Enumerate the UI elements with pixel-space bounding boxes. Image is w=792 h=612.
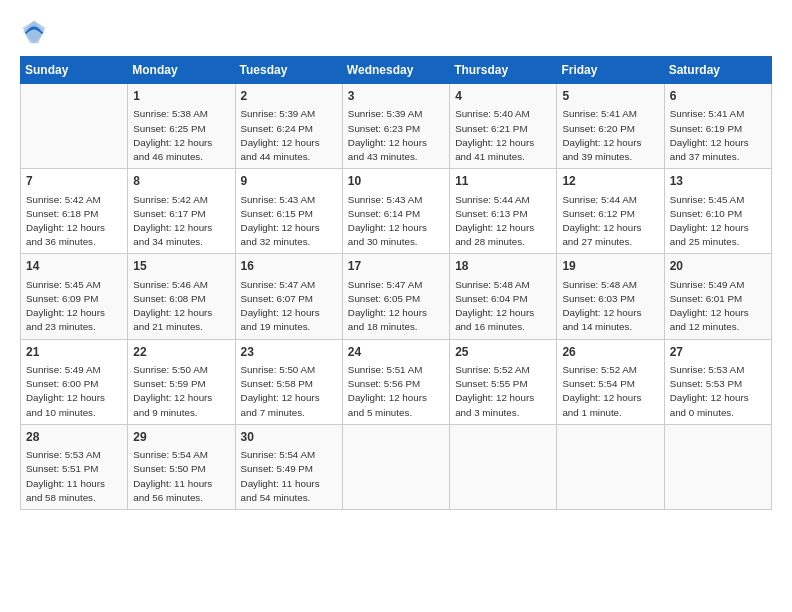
header-day-wednesday: Wednesday [342, 57, 449, 84]
calendar-cell: 1Sunrise: 5:38 AM Sunset: 6:25 PM Daylig… [128, 84, 235, 169]
calendar-cell: 5Sunrise: 5:41 AM Sunset: 6:20 PM Daylig… [557, 84, 664, 169]
calendar-cell: 17Sunrise: 5:47 AM Sunset: 6:05 PM Dayli… [342, 254, 449, 339]
day-number: 4 [455, 88, 551, 105]
header-day-friday: Friday [557, 57, 664, 84]
cell-content: Sunrise: 5:39 AM Sunset: 6:23 PM Dayligh… [348, 107, 444, 164]
day-number: 25 [455, 344, 551, 361]
calendar-cell: 4Sunrise: 5:40 AM Sunset: 6:21 PM Daylig… [450, 84, 557, 169]
calendar-cell: 21Sunrise: 5:49 AM Sunset: 6:00 PM Dayli… [21, 339, 128, 424]
calendar-week-1: 1Sunrise: 5:38 AM Sunset: 6:25 PM Daylig… [21, 84, 772, 169]
calendar-header: SundayMondayTuesdayWednesdayThursdayFrid… [21, 57, 772, 84]
calendar-cell: 14Sunrise: 5:45 AM Sunset: 6:09 PM Dayli… [21, 254, 128, 339]
calendar-cell: 16Sunrise: 5:47 AM Sunset: 6:07 PM Dayli… [235, 254, 342, 339]
cell-content: Sunrise: 5:45 AM Sunset: 6:10 PM Dayligh… [670, 193, 766, 250]
calendar-cell [664, 424, 771, 509]
day-number: 22 [133, 344, 229, 361]
day-number: 16 [241, 258, 337, 275]
calendar-cell: 30Sunrise: 5:54 AM Sunset: 5:49 PM Dayli… [235, 424, 342, 509]
calendar-cell: 10Sunrise: 5:43 AM Sunset: 6:14 PM Dayli… [342, 169, 449, 254]
cell-content: Sunrise: 5:41 AM Sunset: 6:20 PM Dayligh… [562, 107, 658, 164]
day-number: 19 [562, 258, 658, 275]
day-number: 29 [133, 429, 229, 446]
calendar-cell: 18Sunrise: 5:48 AM Sunset: 6:04 PM Dayli… [450, 254, 557, 339]
cell-content: Sunrise: 5:43 AM Sunset: 6:15 PM Dayligh… [241, 193, 337, 250]
cell-content: Sunrise: 5:47 AM Sunset: 6:07 PM Dayligh… [241, 278, 337, 335]
cell-content: Sunrise: 5:49 AM Sunset: 6:00 PM Dayligh… [26, 363, 122, 420]
calendar-week-5: 28Sunrise: 5:53 AM Sunset: 5:51 PM Dayli… [21, 424, 772, 509]
calendar-cell: 9Sunrise: 5:43 AM Sunset: 6:15 PM Daylig… [235, 169, 342, 254]
calendar-cell: 12Sunrise: 5:44 AM Sunset: 6:12 PM Dayli… [557, 169, 664, 254]
calendar-cell: 27Sunrise: 5:53 AM Sunset: 5:53 PM Dayli… [664, 339, 771, 424]
day-number: 14 [26, 258, 122, 275]
day-number: 9 [241, 173, 337, 190]
day-number: 20 [670, 258, 766, 275]
calendar-cell: 24Sunrise: 5:51 AM Sunset: 5:56 PM Dayli… [342, 339, 449, 424]
day-number: 1 [133, 88, 229, 105]
calendar-cell: 3Sunrise: 5:39 AM Sunset: 6:23 PM Daylig… [342, 84, 449, 169]
calendar-cell: 7Sunrise: 5:42 AM Sunset: 6:18 PM Daylig… [21, 169, 128, 254]
calendar-cell: 26Sunrise: 5:52 AM Sunset: 5:54 PM Dayli… [557, 339, 664, 424]
day-number: 26 [562, 344, 658, 361]
calendar-cell: 28Sunrise: 5:53 AM Sunset: 5:51 PM Dayli… [21, 424, 128, 509]
cell-content: Sunrise: 5:50 AM Sunset: 5:58 PM Dayligh… [241, 363, 337, 420]
cell-content: Sunrise: 5:52 AM Sunset: 5:54 PM Dayligh… [562, 363, 658, 420]
header-day-thursday: Thursday [450, 57, 557, 84]
calendar-cell [450, 424, 557, 509]
calendar-cell: 6Sunrise: 5:41 AM Sunset: 6:19 PM Daylig… [664, 84, 771, 169]
cell-content: Sunrise: 5:47 AM Sunset: 6:05 PM Dayligh… [348, 278, 444, 335]
calendar-cell [342, 424, 449, 509]
cell-content: Sunrise: 5:44 AM Sunset: 6:12 PM Dayligh… [562, 193, 658, 250]
day-number: 27 [670, 344, 766, 361]
day-number: 23 [241, 344, 337, 361]
calendar-cell: 13Sunrise: 5:45 AM Sunset: 6:10 PM Dayli… [664, 169, 771, 254]
cell-content: Sunrise: 5:49 AM Sunset: 6:01 PM Dayligh… [670, 278, 766, 335]
cell-content: Sunrise: 5:42 AM Sunset: 6:17 PM Dayligh… [133, 193, 229, 250]
day-number: 24 [348, 344, 444, 361]
calendar-cell [557, 424, 664, 509]
calendar-week-2: 7Sunrise: 5:42 AM Sunset: 6:18 PM Daylig… [21, 169, 772, 254]
day-number: 10 [348, 173, 444, 190]
logo [20, 18, 54, 46]
header-day-monday: Monday [128, 57, 235, 84]
calendar-body: 1Sunrise: 5:38 AM Sunset: 6:25 PM Daylig… [21, 84, 772, 510]
day-number: 30 [241, 429, 337, 446]
calendar-cell [21, 84, 128, 169]
cell-content: Sunrise: 5:38 AM Sunset: 6:25 PM Dayligh… [133, 107, 229, 164]
cell-content: Sunrise: 5:39 AM Sunset: 6:24 PM Dayligh… [241, 107, 337, 164]
cell-content: Sunrise: 5:44 AM Sunset: 6:13 PM Dayligh… [455, 193, 551, 250]
logo-icon [20, 18, 48, 46]
calendar-cell: 8Sunrise: 5:42 AM Sunset: 6:17 PM Daylig… [128, 169, 235, 254]
header-day-saturday: Saturday [664, 57, 771, 84]
header-day-sunday: Sunday [21, 57, 128, 84]
calendar-cell: 2Sunrise: 5:39 AM Sunset: 6:24 PM Daylig… [235, 84, 342, 169]
calendar-week-3: 14Sunrise: 5:45 AM Sunset: 6:09 PM Dayli… [21, 254, 772, 339]
cell-content: Sunrise: 5:53 AM Sunset: 5:53 PM Dayligh… [670, 363, 766, 420]
cell-content: Sunrise: 5:48 AM Sunset: 6:04 PM Dayligh… [455, 278, 551, 335]
cell-content: Sunrise: 5:54 AM Sunset: 5:49 PM Dayligh… [241, 448, 337, 505]
day-number: 21 [26, 344, 122, 361]
day-number: 2 [241, 88, 337, 105]
cell-content: Sunrise: 5:46 AM Sunset: 6:08 PM Dayligh… [133, 278, 229, 335]
day-number: 13 [670, 173, 766, 190]
calendar-cell: 29Sunrise: 5:54 AM Sunset: 5:50 PM Dayli… [128, 424, 235, 509]
calendar-cell: 23Sunrise: 5:50 AM Sunset: 5:58 PM Dayli… [235, 339, 342, 424]
calendar-cell: 15Sunrise: 5:46 AM Sunset: 6:08 PM Dayli… [128, 254, 235, 339]
day-number: 7 [26, 173, 122, 190]
day-number: 18 [455, 258, 551, 275]
header-row: SundayMondayTuesdayWednesdayThursdayFrid… [21, 57, 772, 84]
day-number: 8 [133, 173, 229, 190]
calendar-cell: 22Sunrise: 5:50 AM Sunset: 5:59 PM Dayli… [128, 339, 235, 424]
calendar-cell: 11Sunrise: 5:44 AM Sunset: 6:13 PM Dayli… [450, 169, 557, 254]
cell-content: Sunrise: 5:51 AM Sunset: 5:56 PM Dayligh… [348, 363, 444, 420]
day-number: 28 [26, 429, 122, 446]
cell-content: Sunrise: 5:48 AM Sunset: 6:03 PM Dayligh… [562, 278, 658, 335]
cell-content: Sunrise: 5:42 AM Sunset: 6:18 PM Dayligh… [26, 193, 122, 250]
calendar-cell: 19Sunrise: 5:48 AM Sunset: 6:03 PM Dayli… [557, 254, 664, 339]
cell-content: Sunrise: 5:45 AM Sunset: 6:09 PM Dayligh… [26, 278, 122, 335]
day-number: 3 [348, 88, 444, 105]
day-number: 15 [133, 258, 229, 275]
calendar-cell: 20Sunrise: 5:49 AM Sunset: 6:01 PM Dayli… [664, 254, 771, 339]
day-number: 11 [455, 173, 551, 190]
cell-content: Sunrise: 5:50 AM Sunset: 5:59 PM Dayligh… [133, 363, 229, 420]
page-header [20, 18, 772, 46]
